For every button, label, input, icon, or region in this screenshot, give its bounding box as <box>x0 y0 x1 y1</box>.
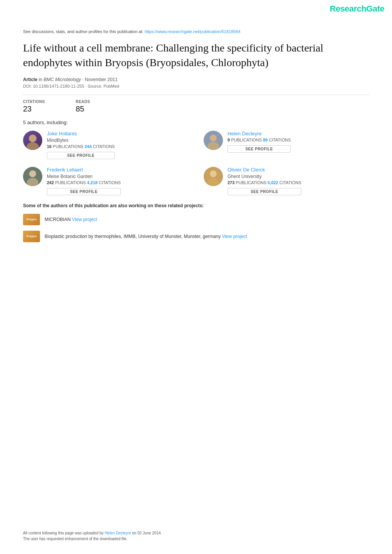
project-link-bioplastic[interactable]: View project <box>222 234 247 239</box>
author-affiliation-joke: MindBytes <box>47 138 115 143</box>
project-text-microbian: MICROBIAN View project <box>45 217 97 222</box>
svg-point-10 <box>210 170 217 177</box>
author-info-frederik: Frederik Leliaert Meise Botanic Garden 2… <box>47 167 121 195</box>
project-item-bioplastic: Preprn Bioplastic production by thermoph… <box>23 231 369 242</box>
project-text-bioplastic: Bioplastic production by thermophiles, I… <box>45 234 247 239</box>
article-meta: Article in BMC Microbiology · November 2… <box>23 77 369 82</box>
see-discussion-text: See discussions, stats, and author profi… <box>23 29 369 34</box>
divider <box>23 95 369 95</box>
citations-label: CITATIONS <box>23 100 45 104</box>
citations-stat: CITATIONS 23 <box>23 100 45 113</box>
citations-value: 23 <box>23 105 45 113</box>
author-name-frederik[interactable]: Frederik Leliaert <box>47 167 121 173</box>
see-profile-button-helen[interactable]: SEE PROFILE <box>228 145 291 153</box>
reads-stat: READS 85 <box>76 100 90 113</box>
related-projects-section: Some of the authors of this publication … <box>23 203 369 242</box>
paper-title: Life without a cell membrane: Challengin… <box>23 41 369 70</box>
author-card-olivier: Olivier De Clerck Ghent University 273 P… <box>204 167 369 195</box>
discussion-link[interactable]: https://www.researchgate.net/publication… <box>145 29 241 34</box>
author-info-joke: Joke Hollants MindBytes 16 PUBLICATIONS … <box>47 131 115 159</box>
author-stats-frederik: 242 PUBLICATIONS 4,218 CITATIONS <box>47 180 121 185</box>
authors-heading: 5 authors, including: <box>23 120 369 125</box>
author-stats-olivier: 273 PUBLICATIONS 5,022 CITATIONS <box>228 180 301 185</box>
svg-point-0 <box>29 135 37 142</box>
author-card-frederik: Frederik Leliaert Meise Botanic Garden 2… <box>23 167 188 195</box>
avatar-frederik <box>23 167 42 186</box>
author-name-olivier[interactable]: Olivier De Clerck <box>228 167 301 173</box>
stats-row: CITATIONS 23 READS 85 <box>23 100 369 113</box>
author-affiliation-olivier: Ghent University <box>228 174 301 179</box>
avatar-helen <box>204 131 223 150</box>
researchgate-logo: ResearchGate <box>330 4 384 14</box>
related-projects-heading: Some of the authors of this publication … <box>23 203 369 208</box>
footer-section: All content following this page was uplo… <box>23 531 369 542</box>
footer-upload-text: All content following this page was uplo… <box>23 531 369 535</box>
svg-point-4 <box>210 135 217 141</box>
project-item-microbian: Preprn MICROBIAN View project <box>23 214 369 225</box>
author-card-joke: Joke Hollants MindBytes 16 PUBLICATIONS … <box>23 131 188 159</box>
project-link-microbian[interactable]: View project <box>72 217 97 222</box>
author-affiliation-frederik: Meise Botanic Garden <box>47 174 121 179</box>
see-profile-button-olivier[interactable]: SEE PROFILE <box>228 188 301 195</box>
avatar-olivier <box>204 167 223 186</box>
footer-uploader-link[interactable]: Helen Decleyre <box>105 531 131 535</box>
svg-point-8 <box>27 178 38 186</box>
svg-point-11 <box>208 178 219 186</box>
author-stats-helen: 9 PUBLICATIONS 89 CITATIONS <box>228 138 291 142</box>
project-thumb-microbian: Preprn <box>23 214 40 225</box>
footer-user-notice: The user has requested enhancement of th… <box>23 537 369 541</box>
author-stats-joke: 16 PUBLICATIONS 244 CITATIONS <box>47 144 115 149</box>
see-profile-button-joke[interactable]: SEE PROFILE <box>47 152 115 159</box>
svg-point-1 <box>27 142 39 150</box>
author-card-helen: Helen Decleyre 9 PUBLICATIONS 89 CITATIO… <box>204 131 369 159</box>
project-thumb-bioplastic: Preprn <box>23 231 40 242</box>
author-info-olivier: Olivier De Clerck Ghent University 273 P… <box>228 167 301 195</box>
author-info-helen: Helen Decleyre 9 PUBLICATIONS 89 CITATIO… <box>228 131 291 153</box>
svg-point-5 <box>208 142 219 150</box>
author-name-joke[interactable]: Joke Hollants <box>47 131 115 136</box>
see-profile-button-frederik[interactable]: SEE PROFILE <box>47 188 121 195</box>
authors-grid: Joke Hollants MindBytes 16 PUBLICATIONS … <box>23 131 369 195</box>
reads-value: 85 <box>76 105 90 113</box>
author-name-helen[interactable]: Helen Decleyre <box>228 131 291 136</box>
svg-point-7 <box>29 170 36 177</box>
doi-line: DOI: 10.1186/1471-2180-11-255 · Source: … <box>23 84 369 88</box>
reads-label: READS <box>76 100 90 104</box>
avatar-joke <box>23 131 42 150</box>
